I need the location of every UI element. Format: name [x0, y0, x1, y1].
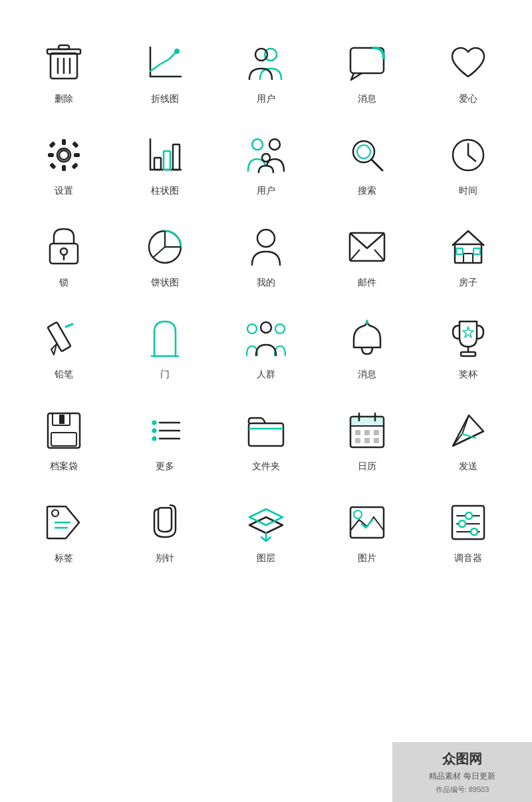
icon-item-my: 我的: [215, 224, 317, 289]
equalizer-icon: [445, 499, 491, 546]
svg-line-45: [350, 250, 360, 261]
svg-rect-97: [452, 506, 484, 539]
svg-point-32: [357, 145, 370, 158]
icon-item-bar-chart: 柱状图: [114, 132, 215, 197]
icon-item-bell: 消息: [317, 315, 418, 381]
layers-icon: [243, 499, 289, 546]
layers-label: 图层: [257, 552, 275, 564]
svg-point-8: [174, 49, 180, 54]
svg-line-42: [153, 247, 165, 258]
icon-item-crowd: 人群: [215, 315, 317, 381]
icon-item-delete: 删除: [13, 40, 114, 105]
send-icon: [445, 407, 491, 454]
icon-item-image: 图片: [317, 499, 418, 564]
icon-item-equalizer: 调音器: [418, 499, 519, 564]
watermark-line1: 精品素材 每日更新: [429, 771, 495, 782]
bar-chart-label: 柱状图: [151, 185, 179, 197]
calendar-label: 日历: [358, 461, 376, 473]
svg-rect-75: [350, 417, 384, 426]
bar-chart-icon: [142, 132, 188, 178]
svg-rect-80: [364, 430, 370, 435]
folder-icon: [243, 407, 289, 454]
svg-point-56: [275, 324, 285, 333]
icon-item-door: 门: [114, 315, 215, 381]
icon-item-layers: 图层: [215, 499, 317, 564]
svg-point-99: [466, 512, 472, 519]
icon-item-time: 时间: [418, 132, 519, 197]
svg-rect-36: [50, 244, 78, 264]
svg-rect-16: [74, 153, 80, 157]
svg-point-28: [269, 139, 280, 150]
line-chart-label: 折线图: [151, 93, 179, 105]
heart-label: 爱心: [459, 93, 477, 105]
icon-item-trophy: 奖杯: [418, 315, 519, 381]
icon-item-mail: 邮件: [317, 224, 418, 289]
svg-point-10: [255, 49, 267, 61]
svg-rect-82: [355, 438, 360, 443]
users-icon: [243, 40, 289, 87]
svg-rect-83: [364, 438, 370, 443]
house-label: 房子: [459, 277, 477, 289]
icon-item-pencil: 铅笔: [13, 315, 114, 381]
icon-item-pin: 别针: [114, 499, 215, 564]
my-icon: [243, 224, 289, 270]
pencil-icon: [41, 315, 87, 362]
icon-item-users: 用户: [215, 40, 317, 105]
users2-label: 用户: [257, 185, 275, 197]
equalizer-label: 调音器: [454, 552, 482, 564]
svg-point-89: [52, 510, 59, 516]
pie-chart-icon: [142, 224, 188, 270]
pie-chart-label: 饼状图: [151, 277, 179, 289]
icon-item-lock: 锁: [13, 224, 114, 289]
svg-point-101: [459, 520, 466, 527]
message-label: 消息: [358, 93, 376, 105]
icon-grid: 删除 折线图: [13, 40, 519, 564]
watermark: 众图网 精品素材 每日更新 作品编号: 89503: [392, 742, 532, 802]
svg-rect-14: [62, 165, 66, 171]
svg-rect-64: [59, 415, 65, 424]
floppy-label: 档案袋: [50, 461, 78, 473]
svg-rect-19: [49, 162, 57, 170]
crowd-icon: [243, 315, 289, 362]
mail-icon: [344, 224, 390, 270]
svg-rect-24: [154, 158, 161, 170]
svg-rect-60: [461, 352, 475, 356]
svg-point-70: [152, 437, 157, 441]
mail-label: 邮件: [358, 277, 376, 289]
pin-label: 别针: [156, 552, 174, 564]
icon-item-message: 消息: [317, 40, 418, 105]
bell-icon: [344, 315, 390, 362]
svg-rect-17: [49, 141, 56, 148]
svg-point-27: [252, 139, 263, 150]
trophy-label: 奖杯: [459, 369, 477, 381]
svg-point-37: [61, 248, 67, 255]
svg-rect-79: [355, 430, 360, 435]
icon-item-floppy: 档案袋: [13, 407, 114, 473]
svg-rect-65: [51, 433, 76, 446]
image-label: 图片: [358, 552, 376, 564]
svg-rect-26: [173, 144, 180, 170]
svg-line-53: [66, 324, 72, 327]
icon-item-house: 房子: [418, 224, 519, 289]
svg-rect-13: [62, 139, 66, 145]
folder-label: 文件夹: [252, 461, 280, 473]
more-icon: [142, 407, 188, 454]
svg-point-103: [471, 528, 477, 535]
svg-line-31: [372, 160, 382, 170]
svg-rect-11: [350, 48, 384, 73]
house-icon: [445, 224, 491, 270]
lock-icon: [41, 224, 87, 270]
svg-point-55: [247, 324, 257, 333]
settings-label: 设置: [55, 185, 73, 197]
delete-label: 删除: [55, 93, 73, 105]
svg-line-46: [374, 250, 384, 261]
door-icon: [142, 315, 188, 362]
svg-point-21: [59, 150, 68, 160]
calendar-icon: [344, 407, 390, 454]
svg-marker-61: [463, 327, 473, 337]
settings-icon: [41, 132, 87, 178]
watermark-logo: 众图网: [442, 750, 482, 768]
icon-item-folder: 文件夹: [215, 407, 317, 473]
svg-marker-85: [453, 415, 483, 446]
more-label: 更多: [156, 461, 174, 473]
